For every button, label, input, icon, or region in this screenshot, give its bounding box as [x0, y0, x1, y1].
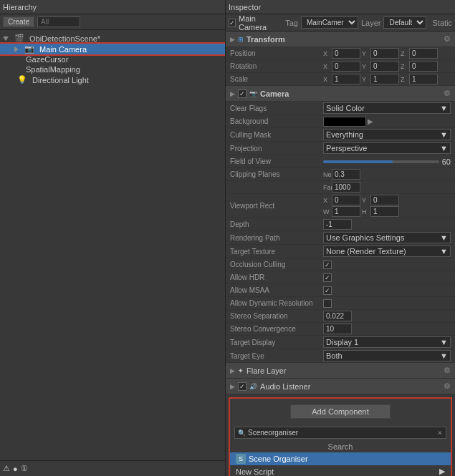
hierarchy-search[interactable]	[37, 16, 80, 27]
rendering-path-dropdown[interactable]: Use Graphics Settings ▼	[323, 232, 451, 243]
far-value: Far	[323, 182, 451, 193]
camera-enabled[interactable]	[238, 89, 246, 98]
scene-organiser-label: Scene Organiser	[249, 455, 308, 463]
layer-dropdown[interactable]: Default	[383, 16, 426, 29]
hierarchy-item-main-camera[interactable]: 📷 Main Camera	[0, 44, 225, 54]
occlusion-checkbox[interactable]	[323, 261, 332, 269]
object-name: Main Camera	[239, 14, 277, 31]
allow-dynamic-label: Allow Dynamic Resolution	[230, 299, 323, 307]
dropdown-arrow: ▼	[440, 104, 448, 112]
search-icon: 🔍	[238, 429, 246, 437]
inspector-panel-header: Inspector	[226, 0, 455, 14]
gear-icon[interactable]: ⚙	[444, 34, 451, 44]
vp-y[interactable]	[370, 195, 399, 205]
camera-gear-icon[interactable]: ⚙	[444, 89, 451, 98]
transform-fold-icon: ▶	[230, 36, 235, 43]
num-icon: ①	[21, 464, 28, 473]
far-input[interactable]	[332, 182, 360, 193]
directional-light-label: Directional Light	[32, 76, 89, 84]
depth-input[interactable]	[323, 219, 352, 230]
scene-organiser-icon: S	[236, 454, 246, 464]
clear-flags-dropdown[interactable]: Solid Color ▼	[323, 102, 451, 114]
hdr-checkbox[interactable]	[323, 273, 332, 282]
scale-label: Scale	[230, 75, 323, 83]
new-script-label: New Script	[236, 467, 274, 476]
dropdown-arrow-rp: ▼	[440, 233, 448, 242]
projection-row: Projection Perspective ▼	[226, 142, 455, 155]
transform-title: Transform	[246, 35, 285, 44]
layer-label: Layer	[361, 19, 381, 27]
position-label: Position	[230, 49, 323, 57]
target-eye-value: Both	[326, 351, 343, 360]
target-texture-row: Target Texture None (Render Texture) ▼	[226, 245, 455, 258]
create-button[interactable]: Create	[3, 16, 34, 27]
scale-z[interactable]	[409, 74, 438, 84]
camera-header[interactable]: ▶ 📷 Camera ⚙	[226, 86, 455, 102]
stereo-sep-input[interactable]	[323, 311, 352, 321]
vp-x[interactable]	[332, 195, 360, 205]
flare-layer-header[interactable]: ▶ ✦ Flare Layer ⚙	[226, 363, 455, 379]
clear-search-icon[interactable]: ✕	[437, 429, 443, 437]
pos-y[interactable]	[370, 48, 399, 59]
background-row: Background ▶	[226, 115, 455, 128]
rot-x[interactable]	[332, 61, 360, 72]
dynamic-checkbox[interactable]	[323, 299, 332, 308]
projection-dropdown[interactable]: Perspective ▼	[323, 142, 451, 154]
audio-gear[interactable]: ⚙	[444, 382, 451, 391]
hierarchy-item-spatial-mapping[interactable]: SpatialMapping	[0, 64, 225, 74]
viewport-label: Viewport Rect	[230, 202, 323, 210]
allow-msaa-label: Allow MSAA	[230, 286, 323, 294]
audio-listener-header[interactable]: ▶ 🔊 Audio Listener ⚙	[226, 379, 455, 394]
vp-h[interactable]	[370, 206, 399, 217]
near-input[interactable]	[332, 169, 360, 180]
pos-x[interactable]	[332, 48, 360, 59]
clear-flags-row: Clear Flags Solid Color ▼	[226, 102, 455, 115]
audio-enabled[interactable]	[238, 382, 246, 391]
scale-y[interactable]	[370, 74, 399, 84]
vp-w[interactable]	[332, 206, 360, 217]
main-layout: Hierarchy Create 🎬 ObiDetectionScene* 📷 …	[0, 0, 455, 476]
allow-dynamic-row: Allow Dynamic Resolution	[226, 297, 455, 310]
add-component-button[interactable]: Add Component	[290, 404, 391, 419]
clipping-label: Clipping Planes	[230, 170, 323, 178]
tag-dropdown[interactable]: MainCamera	[301, 16, 358, 29]
hierarchy-item-scene[interactable]: 🎬 ObiDetectionScene*	[0, 33, 225, 44]
new-script-item[interactable]: New Script ▶	[230, 465, 451, 476]
static-label: Static	[432, 19, 452, 27]
hierarchy-item-gaze-cursor[interactable]: GazeCursor	[0, 54, 225, 64]
light-icon: 💡	[17, 75, 27, 84]
rot-y[interactable]	[370, 61, 399, 72]
flare-title: Flare Layer	[246, 366, 287, 375]
background-label: Background	[230, 117, 323, 125]
background-color[interactable]	[323, 117, 366, 127]
msaa-checkbox[interactable]	[323, 286, 332, 295]
stereo-conv-input[interactable]	[323, 324, 352, 334]
hierarchy-item-directional-light[interactable]: 💡 Directional Light	[0, 74, 225, 85]
pos-z[interactable]	[409, 48, 438, 59]
flare-fold-icon: ▶	[230, 367, 235, 374]
allow-hdr-label: Allow HDR	[230, 273, 323, 281]
position-value: X Y Z	[323, 48, 451, 59]
rendering-path-value: Use Graphics Settings	[326, 233, 404, 242]
target-texture-dropdown[interactable]: None (Render Texture) ▼	[323, 246, 451, 257]
culling-mask-dropdown[interactable]: Everything ▼	[323, 129, 451, 140]
flare-gear[interactable]: ⚙	[444, 366, 451, 375]
target-eye-dropdown[interactable]: Both ▼	[323, 350, 451, 361]
rot-z[interactable]	[409, 61, 438, 72]
camera-title: Camera	[260, 89, 289, 98]
scene-organiser-result[interactable]: S Scene Organiser	[230, 452, 451, 465]
hierarchy-panel: Hierarchy Create 🎬 ObiDetectionScene* 📷 …	[0, 0, 226, 476]
fov-slider[interactable]	[323, 160, 439, 163]
clipping-row: Clipping Planes Near	[226, 168, 455, 181]
flare-icon: ✦	[238, 367, 244, 374]
expand-icon-camera	[14, 47, 19, 52]
transform-header[interactable]: ▶ ⊞ Transform ⚙	[226, 31, 455, 47]
fov-control: 60	[323, 157, 451, 166]
allow-hdr-row: Allow HDR	[226, 271, 455, 284]
search-area: 🔍 ✕	[230, 424, 451, 441]
expand-icon	[3, 37, 9, 41]
component-search-input[interactable]	[248, 429, 435, 437]
object-active-checkbox[interactable]	[229, 19, 236, 27]
scale-x[interactable]	[332, 74, 360, 84]
target-display-dropdown[interactable]: Display 1 ▼	[323, 336, 451, 348]
